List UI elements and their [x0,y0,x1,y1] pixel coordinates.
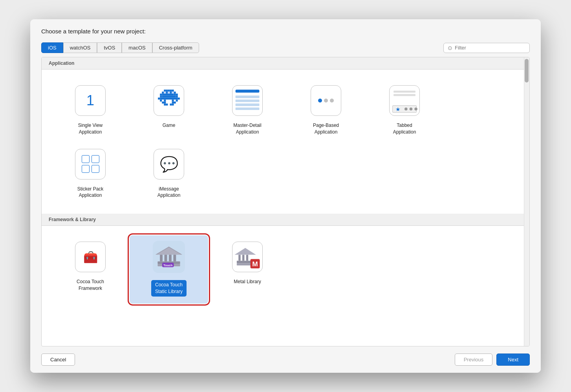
single-view-icon: 1 [75,85,106,116]
imessage-bubble: 💬 [160,156,178,173]
metal-library-icon-container: M [230,239,265,275]
template-imessage[interactable]: 💬 iMessageApplication [130,143,208,206]
svg-rect-27 [172,102,176,104]
svg-rect-29 [166,104,168,106]
template-single-view[interactable]: 1 Single ViewApplication [51,79,130,143]
previous-button[interactable]: Previous [455,354,493,366]
content-area: Application 1 Single ViewApplication [41,57,530,346]
imessage-icon-container: 💬 [151,147,187,182]
master-detail-label: Master-DetailApplication [233,122,261,136]
page-based-icon [311,85,341,116]
tab-bar: iOS watchOS tvOS macOS Cross-platform ⊙ [30,38,541,57]
cocoa-static-svg: Touch [153,241,185,273]
svg-rect-48 [169,255,172,261]
svg-rect-12 [160,93,162,95]
game-svg [154,85,184,116]
svg-rect-56 [238,255,240,261]
cocoa-framework-label: Cocoa TouchFramework [77,278,104,292]
game-icon-container [151,83,187,118]
sticker-pack-icon-container [73,147,108,182]
tabbed-label: TabbedApplication [393,122,416,136]
tab-tvos[interactable]: tvOS [97,42,122,53]
master-detail-icon [232,85,263,116]
master-detail-icon-container [230,83,265,118]
svg-rect-20 [160,97,178,99]
dialog-title: Choose a template for your new project: [41,28,146,35]
dot-1 [318,99,322,103]
template-cocoa-framework[interactable]: 🧰 Cocoa TouchFramework [51,235,130,304]
svg-point-41 [404,108,408,111]
cocoa-static-icon: Touch [153,241,185,273]
svg-rect-37 [393,91,415,93]
game-label: Game [163,122,176,129]
template-page-based[interactable]: Page-BasedApplication [287,79,365,143]
svg-rect-31 [172,104,174,106]
svg-rect-47 [165,255,167,261]
svg-rect-0 [164,90,166,92]
cocoa-static-label: Cocoa TouchStatic Library [155,282,183,294]
page-dots [318,99,334,103]
template-sticker-pack[interactable]: Sticker PackApplication [51,143,130,206]
svg-text:Touch: Touch [163,264,173,267]
template-metal-library[interactable]: M Metal Library [208,235,287,304]
svg-rect-24 [172,99,174,101]
scrollbar-thumb[interactable] [525,59,529,82]
template-game[interactable]: Game [130,79,208,143]
cocoa-static-label-bg: Cocoa TouchStatic Library [151,280,187,297]
svg-rect-16 [160,95,162,97]
application-section: Application 1 Single ViewApplication [42,57,529,214]
svg-rect-9 [170,92,172,93]
dialog-footer: Cancel Previous Next [30,346,541,373]
imessage-icon: 💬 [154,149,184,180]
filter-input[interactable] [455,45,525,51]
svg-rect-18 [176,95,178,97]
master-detail-svg [232,85,262,116]
tab-watchos[interactable]: watchOS [63,42,97,53]
next-button[interactable]: Next [496,354,530,366]
cocoa-framework-icon-container: 🧰 [73,239,108,275]
svg-rect-36 [236,108,260,110]
tabbed-svg: ★ [390,85,419,116]
svg-rect-19 [158,97,160,99]
metal-library-svg: M [232,241,262,273]
svg-rect-3 [170,90,172,92]
cancel-button[interactable]: Cancel [41,354,75,366]
svg-rect-6 [164,92,166,93]
imessage-label: iMessageApplication [157,186,181,199]
svg-rect-11 [174,92,176,93]
svg-rect-7 [166,92,168,93]
svg-rect-49 [173,255,176,261]
page-based-icon-container [308,83,344,118]
svg-rect-28 [164,104,166,106]
svg-rect-15 [176,93,178,95]
application-items-grid: 1 Single ViewApplication [42,70,529,210]
framework-items-grid: 🧰 Cocoa TouchFramework [42,226,529,308]
svg-text:M: M [252,260,258,268]
template-master-detail[interactable]: Master-DetailApplication [208,79,287,143]
template-cocoa-static[interactable]: Touch Cocoa TouchStatic Library [130,235,208,304]
svg-point-43 [414,108,417,111]
tab-cross-platform[interactable]: Cross-platform [152,42,199,53]
template-tabbed[interactable]: ★ TabbedApplication [365,79,444,143]
nav-buttons: Previous Next [455,354,530,366]
svg-rect-8 [168,92,170,93]
svg-rect-58 [246,255,248,261]
svg-rect-34 [236,99,260,102]
svg-rect-57 [242,255,244,261]
svg-marker-51 [157,247,181,255]
svg-rect-25 [176,99,178,101]
sticker-pack-label: Sticker PackApplication [77,186,104,199]
scrollbar-track[interactable] [524,57,529,346]
svg-rect-1 [166,90,168,92]
svg-rect-2 [168,90,170,92]
cocoa-static-icon-container: Touch [151,239,187,275]
game-icon [154,85,184,116]
sticker-sq-3 [82,165,90,173]
tab-ios[interactable]: iOS [41,42,63,53]
sticker-sq-1 [82,155,90,163]
svg-rect-23 [164,99,166,101]
svg-rect-14 [174,93,176,95]
tab-macos[interactable]: macOS [122,42,152,53]
svg-rect-32 [236,90,260,93]
sticker-sq-2 [92,155,99,163]
